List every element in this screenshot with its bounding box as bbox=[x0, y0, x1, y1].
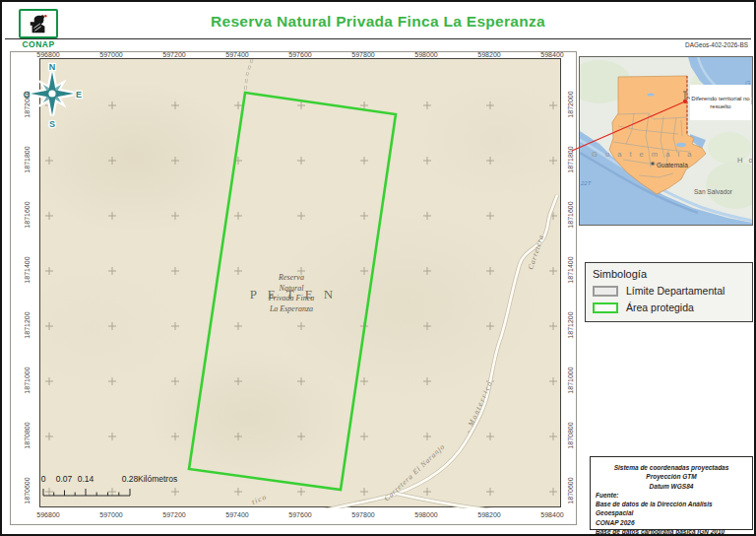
grid-x-label: 597000 bbox=[99, 51, 122, 58]
grid-y-label: 1871000 bbox=[24, 367, 31, 393]
grid-x-label: 596800 bbox=[36, 51, 59, 58]
grid-y-label: 1871600 bbox=[567, 201, 574, 228]
san-salvador-label: San Salvador bbox=[694, 188, 733, 195]
departmental-swatch-icon bbox=[593, 286, 618, 297]
territorial-dispute-callout: Diferendo territorial no resuelto bbox=[690, 85, 751, 120]
compass-east-label: E bbox=[76, 90, 82, 100]
grid-x-label: 597400 bbox=[225, 51, 248, 58]
compass-north-label: N bbox=[49, 62, 56, 72]
grid-y-label: 1871600 bbox=[24, 201, 31, 228]
credit-line: CONAP 2026 bbox=[596, 518, 747, 527]
header-divider bbox=[5, 38, 751, 39]
protected-swatch-icon bbox=[593, 302, 618, 313]
capital-city-label: Guatemala bbox=[657, 162, 688, 168]
compass-rose-icon: N E S O bbox=[23, 60, 84, 133]
legend-title: Simbología bbox=[593, 268, 745, 280]
scale-bar-ticks bbox=[40, 486, 139, 500]
grid-x-label: 598400 bbox=[540, 511, 563, 518]
area-name-line: Reserva bbox=[232, 273, 350, 284]
credit-line: Proyección GTM bbox=[596, 472, 747, 481]
grid-y-label: 1871000 bbox=[567, 367, 574, 393]
grid-x-label: 597000 bbox=[99, 511, 122, 518]
credit-line: Sistema de coordenadas proyectadas bbox=[596, 463, 747, 472]
legend: Simbología Límite DepartamentalÁrea prot… bbox=[585, 262, 753, 322]
grid-x-label: 598200 bbox=[477, 51, 500, 58]
grid-x-label: 597800 bbox=[351, 51, 374, 58]
grid-x-label: 598400 bbox=[540, 51, 563, 58]
credit-line: Fuente: bbox=[596, 491, 747, 500]
scale-bar: 00.070.140.28 Kilómetros bbox=[40, 474, 218, 507]
grid-x-label: 597600 bbox=[288, 51, 311, 58]
page-title: Reserva Natural Privada Finca La Esperan… bbox=[2, 13, 754, 31]
credit-line: Base de datos de la Dirección Análisis G… bbox=[596, 500, 747, 518]
country-label: G u a t e m a l a bbox=[592, 150, 694, 159]
legend-item-label: Límite Departamental bbox=[626, 285, 724, 297]
credit-line: Base de datos cartografía básica IGN 201… bbox=[596, 527, 747, 536]
inset-map[interactable]: G u a t e m a l a Guatemala San Salvador… bbox=[579, 56, 753, 226]
area-name-line: La Esperanza bbox=[232, 304, 350, 315]
legend-item-protected: Área protegida bbox=[593, 302, 745, 313]
credits-box: Sistema de coordenadas proyectadasProyec… bbox=[590, 456, 753, 530]
grid-y-label: 1871400 bbox=[567, 256, 574, 283]
road-name-label: - Monterrico bbox=[464, 378, 495, 434]
grid-y-label: 1872000 bbox=[24, 91, 31, 117]
main-map[interactable]: Carretera El Naranjo- MonterricoCarreter… bbox=[39, 58, 561, 507]
legend-item-label: Área protegida bbox=[626, 302, 694, 313]
map-document: CONAP Reserva Natural Privada Finca La E… bbox=[0, 0, 756, 536]
grid-x-label: 598200 bbox=[477, 511, 500, 518]
scale-tick-label: 0.07 bbox=[56, 474, 73, 484]
grid-y-label: 1870600 bbox=[24, 477, 31, 503]
honduras-label-fragment: H o bbox=[737, 156, 752, 165]
grid-y-label: 1871800 bbox=[567, 146, 574, 172]
scale-tick-label: 0.14 bbox=[78, 474, 94, 484]
grid-y-label: 1871200 bbox=[567, 311, 574, 338]
grid-x-label: 598000 bbox=[414, 51, 437, 58]
credit-line: Datum WGS84 bbox=[596, 482, 747, 491]
legend-item-departmental: Límite Departamental bbox=[593, 285, 745, 297]
department-label: P E T E N bbox=[210, 287, 377, 302]
grid-x-label: 597600 bbox=[288, 511, 311, 518]
scale-tick-label: 0.28 bbox=[122, 474, 139, 484]
road-name-label: tico bbox=[250, 492, 268, 506]
grid-y-label: 1870800 bbox=[567, 422, 574, 448]
scale-tick-label: 0 bbox=[41, 474, 46, 484]
compass-south-label: S bbox=[49, 119, 55, 129]
conap-logo-text: CONAP bbox=[19, 39, 58, 49]
grid-y-label: 1871200 bbox=[24, 311, 31, 338]
grid-y-label: 1870600 bbox=[567, 477, 574, 503]
grid-y-label: 1871800 bbox=[24, 146, 31, 172]
road-carretera bbox=[249, 195, 562, 508]
grid-x-label: 597200 bbox=[162, 511, 185, 518]
trail-path bbox=[245, 59, 252, 92]
grid-x-label: 597800 bbox=[351, 511, 374, 518]
grid-y-label: 1872000 bbox=[567, 91, 574, 117]
grid-x-label: 597200 bbox=[162, 51, 185, 58]
grid-y-label: 1870800 bbox=[24, 422, 31, 448]
coast-label-fragment: 22T bbox=[580, 180, 593, 186]
grid-x-label: 596800 bbox=[36, 511, 59, 518]
grid-y-label: 1871400 bbox=[24, 256, 31, 283]
grid-x-label: 598000 bbox=[414, 511, 437, 518]
doc-number: DAGeos-402-2026-BS bbox=[685, 41, 748, 48]
grid-x-label: 597400 bbox=[225, 511, 248, 518]
scale-unit-label: Kilómetros bbox=[138, 474, 177, 484]
